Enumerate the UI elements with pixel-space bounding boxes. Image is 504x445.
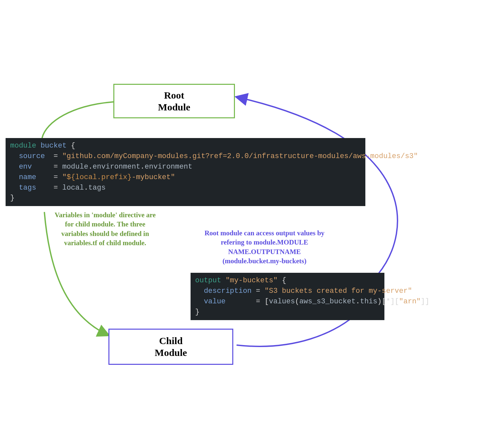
root-module-label: Root Module — [158, 89, 190, 113]
arrow-child-to-output — [237, 316, 355, 346]
root-module-box: Root Module — [113, 84, 235, 118]
annotation-variables: Variables in 'module' directive arefor c… — [46, 210, 164, 247]
root-module-line1: Root — [164, 90, 184, 101]
child-module-line1: Child — [159, 335, 183, 346]
annotation-outputs: Root module can access output values byr… — [189, 228, 340, 266]
child-module-label: Child Module — [155, 335, 187, 359]
child-module-box: Child Module — [108, 329, 233, 365]
code-root-module-block: module bucket { source = "github.com/myC… — [6, 138, 365, 206]
root-module-line2: Module — [158, 102, 190, 112]
code-output-block: output "my-buckets" { description = "S3 … — [191, 273, 384, 320]
child-module-line2: Module — [155, 347, 187, 358]
arrow-root-to-code — [42, 102, 113, 138]
